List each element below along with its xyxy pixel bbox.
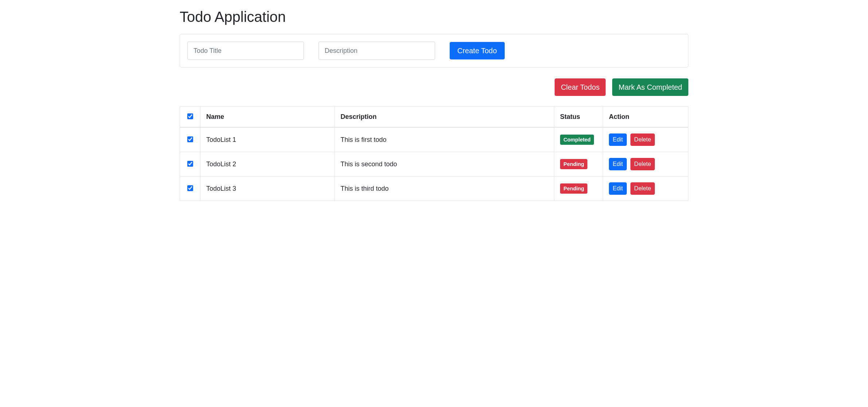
todos-table: Name Description Status Action TodoList … [180,106,688,201]
header-select [180,106,200,128]
row-description: This is second todo [335,152,554,177]
header-status: Status [554,106,603,128]
row-name: TodoList 2 [200,152,335,177]
todo-title-input[interactable] [187,42,304,60]
row-name: TodoList 3 [200,177,335,201]
delete-button[interactable]: Delete [630,182,655,195]
edit-button[interactable]: Edit [609,133,627,146]
table-row: TodoList 3This is third todoPendingEditD… [180,177,688,201]
select-all-checkbox[interactable] [187,113,193,119]
row-description: This is first todo [335,127,554,152]
row-action-cell: EditDelete [603,127,688,152]
delete-button[interactable]: Delete [630,133,655,146]
header-description: Description [335,106,554,128]
row-action-cell: EditDelete [603,152,688,177]
header-action: Action [603,106,688,128]
delete-button[interactable]: Delete [630,158,655,170]
edit-button[interactable]: Edit [609,182,627,195]
status-badge: Completed [560,135,594,145]
clear-todos-button[interactable]: Clear Todos [555,78,606,96]
table-row: TodoList 2This is second todoPendingEdit… [180,152,688,177]
header-name: Name [200,106,335,128]
row-action-cell: EditDelete [603,177,688,201]
row-status-cell: Pending [554,152,603,177]
row-select-checkbox[interactable] [187,161,193,167]
page-title: Todo Application [180,9,688,25]
row-description: This is third todo [335,177,554,201]
mark-completed-button[interactable]: Mark As Completed [612,78,688,96]
row-name: TodoList 1 [200,127,335,152]
row-status-cell: Completed [554,127,603,152]
row-status-cell: Pending [554,177,603,201]
table-row: TodoList 1This is first todoCompletedEdi… [180,127,688,152]
status-badge: Pending [560,183,587,194]
edit-button[interactable]: Edit [609,158,627,170]
todo-description-input[interactable] [318,42,435,60]
create-todo-card: Create Todo [180,34,688,67]
row-select-cell [180,177,200,201]
row-select-cell [180,127,200,152]
row-select-checkbox[interactable] [187,185,193,191]
row-select-cell [180,152,200,177]
row-select-checkbox[interactable] [187,136,193,142]
create-todo-button[interactable]: Create Todo [450,42,505,59]
status-badge: Pending [560,159,587,169]
